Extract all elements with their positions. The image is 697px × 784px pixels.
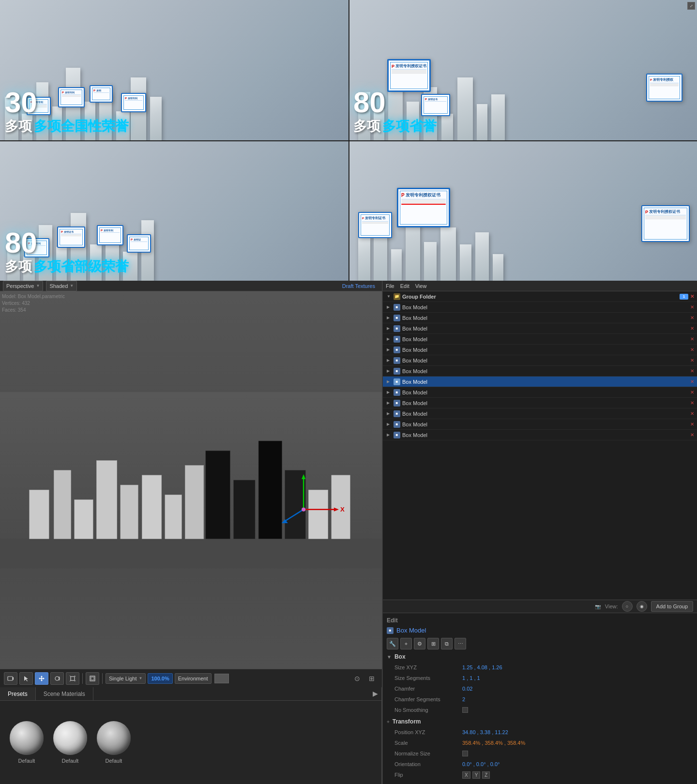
right-panel: File Edit View ▼ 📁 Group Folder 1 ✕ (382, 281, 697, 784)
flip-x-btn[interactable]: X (462, 771, 470, 779)
select-btn[interactable] (19, 672, 33, 685)
add-to-group-btn[interactable]: Add to Group (651, 601, 693, 612)
menu-edit[interactable]: Edit (400, 283, 409, 289)
presets-content: Default Default Default (0, 701, 381, 784)
item-close-12[interactable]: ✕ (690, 432, 694, 437)
perspective-dropdown[interactable]: Perspective ▼ (3, 281, 43, 291)
edit-tb-settings[interactable]: ⋯ (455, 638, 466, 649)
viewport-expand-btn[interactable]: ⤢ (687, 2, 695, 10)
edit-section-title: Edit (387, 617, 693, 624)
view-circle-btn-1[interactable]: ○ (622, 601, 633, 612)
tree-item-1[interactable]: ▶ ■ Box Model ✕ (383, 313, 697, 323)
prop-size-segments: Size Segments 1 , 1 , 1 (387, 673, 693, 683)
tab-scene-materials[interactable]: Scene Materials (36, 687, 93, 700)
tree-item-12[interactable]: ▶ ■ Box Model ✕ (383, 430, 697, 440)
size-segments-value[interactable]: 1 , 1 , 1 (462, 675, 480, 681)
tree-item-5[interactable]: ▶ ■ Box Model ✕ (383, 355, 697, 366)
size-xyz-value[interactable]: 1.25 , 4.08 , 1.26 (462, 664, 502, 670)
tree-item-9[interactable]: ▶ ■ Box Model ✕ (383, 398, 697, 408)
transform-section-header: + Transform (387, 718, 693, 725)
presets-panel: Presets Scene Materials ▶ Default (0, 687, 382, 784)
svg-rect-39 (90, 676, 95, 681)
chamfer-segments-value[interactable]: 2 (462, 696, 465, 702)
scale-value[interactable]: 358.4% , 358.4% , 358.4% (462, 740, 525, 746)
rotate-btn[interactable] (50, 672, 64, 685)
item-close-6[interactable]: ✕ (690, 368, 694, 374)
edit-tb-grid[interactable]: ⊞ (427, 638, 439, 649)
tree-item-6[interactable]: ▶ ■ Box Model ✕ (383, 366, 697, 377)
render-divider-v (348, 0, 349, 281)
item-close-10[interactable]: ✕ (690, 411, 694, 416)
svg-rect-5 (96, 461, 117, 539)
tree-item-7-selected[interactable]: ▶ ■ Box Model ✕ (383, 377, 697, 387)
move-btn[interactable] (35, 672, 48, 685)
shading-dropdown[interactable]: Shaded ▼ (46, 281, 77, 291)
normalize-checkbox[interactable] (462, 751, 468, 756)
menu-file[interactable]: File (386, 283, 394, 289)
no-smoothing-checkbox[interactable] (462, 707, 468, 713)
viewport-3d[interactable]: Model: Box Model.parametric Vertices: 43… (0, 291, 382, 669)
svg-rect-3 (54, 470, 71, 539)
tree-item-3[interactable]: ▶ ■ Box Model ✕ (383, 334, 697, 345)
material-default-2[interactable]: Default (53, 721, 87, 764)
presets-expand-btn[interactable]: ▶ (369, 687, 381, 700)
item-close-2[interactable]: ✕ (690, 326, 694, 331)
frame-btn[interactable] (86, 672, 99, 685)
box-model-icon-12: ■ (394, 432, 400, 438)
zoom-percentage[interactable]: 100.0% (148, 673, 172, 684)
group-folder-close[interactable]: ✕ (690, 294, 694, 299)
svg-line-35 (70, 676, 71, 677)
item-close-4[interactable]: ✕ (690, 347, 694, 352)
chamfer-value[interactable]: 0.02 (462, 686, 472, 692)
tree-item-group-folder[interactable]: ▼ 📁 Group Folder 1 ✕ (383, 291, 697, 302)
presets-tabs: Presets Scene Materials ▶ (0, 687, 381, 701)
tree-item-11[interactable]: ▶ ■ Box Model ✕ (383, 419, 697, 430)
prop-scale: Scale 358.4% , 358.4% , 358.4% (387, 738, 693, 748)
subtitle-province: 多项省誉 (382, 119, 437, 134)
item-close-3[interactable]: ✕ (690, 336, 694, 342)
box-model-icon-4: ■ (394, 347, 400, 353)
edit-panel: Edit ■ Box Model 🔧 + ⚙ ⊞ ⧉ ⋯ (383, 613, 697, 784)
material-default-1[interactable]: Default (10, 721, 44, 764)
svg-marker-26 (24, 676, 28, 681)
flip-y-btn[interactable]: Y (472, 771, 481, 779)
subtitle-ministry: 多项省部级荣誉 (34, 259, 129, 274)
item-close-0[interactable]: ✕ (690, 304, 694, 310)
viewport-topbar: Perspective ▼ Shaded ▼ Draft Textures ⤢ (0, 281, 382, 291)
tab-presets[interactable]: Presets (0, 687, 36, 700)
item-close-7[interactable]: ✕ (690, 379, 694, 384)
edit-tb-gear[interactable]: ⚙ (414, 638, 425, 649)
flip-z-btn[interactable]: Z (482, 771, 490, 779)
tree-item-8[interactable]: ▶ ■ Box Model ✕ (383, 387, 697, 398)
material-default-3[interactable]: Default (97, 721, 131, 764)
fullscreen-btn[interactable]: ⊙ (351, 672, 364, 685)
item-close-1[interactable]: ✕ (690, 315, 694, 320)
frame-icon (89, 675, 96, 682)
tree-item-4[interactable]: ▶ ■ Box Model ✕ (383, 345, 697, 355)
tree-item-2[interactable]: ▶ ■ Box Model ✕ (383, 323, 697, 334)
tree-item-10[interactable]: ▶ ■ Box Model ✕ (383, 408, 697, 419)
item-close-11[interactable]: ✕ (690, 422, 694, 427)
transform-collapse-arrow[interactable]: + (387, 719, 390, 724)
camera-btn[interactable] (4, 672, 17, 685)
tree-item-0[interactable]: ▶ ■ Box Model ✕ (383, 302, 697, 313)
lighting-dropdown[interactable]: Single Light ▼ (106, 673, 146, 684)
menu-view[interactable]: View (415, 283, 427, 289)
tree-actions: 📷 View: ○ ◉ Add to Group (383, 600, 697, 613)
item-close-9[interactable]: ✕ (690, 400, 694, 406)
scale-btn[interactable] (66, 672, 79, 685)
item-close-5[interactable]: ✕ (690, 358, 694, 363)
edit-tb-copy[interactable]: ⧉ (441, 638, 453, 649)
box-collapse-arrow[interactable]: ▼ (387, 654, 392, 660)
position-value[interactable]: 34.80 , 3.38 , 11.22 (462, 729, 508, 735)
orientation-value[interactable]: 0.0° , 0.0° , 0.0° (462, 761, 500, 767)
environment-toggle[interactable]: Environment (175, 673, 212, 684)
top-render-area: P 发明专利 P 发明专利 (0, 0, 697, 281)
item-close-8[interactable]: ✕ (690, 390, 694, 395)
svg-marker-29 (41, 676, 43, 677)
edit-tb-plus[interactable]: + (400, 638, 412, 649)
prop-chamfer: Chamfer 0.02 (387, 683, 693, 694)
settings-btn[interactable]: ⊞ (365, 672, 378, 685)
edit-tb-wrench[interactable]: 🔧 (387, 638, 398, 649)
view-circle-btn-2[interactable]: ◉ (636, 601, 647, 612)
